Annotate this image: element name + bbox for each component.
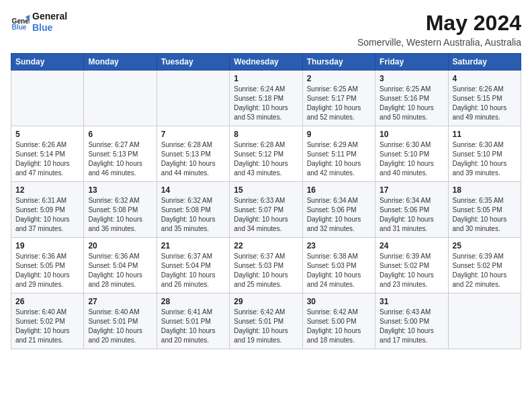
calendar-cell: 16Sunrise: 6:34 AMSunset: 5:06 PMDayligh…: [302, 182, 375, 238]
calendar-cell: 6Sunrise: 6:27 AMSunset: 5:13 PMDaylight…: [84, 126, 157, 182]
day-info: Sunrise: 6:35 AMSunset: 5:05 PMDaylight:…: [453, 196, 517, 234]
day-number: 9: [307, 130, 371, 139]
calendar-cell: 19Sunrise: 6:36 AMSunset: 5:05 PMDayligh…: [11, 238, 84, 293]
day-number: 4: [453, 74, 517, 83]
day-number: 16: [307, 185, 371, 195]
day-number: 8: [234, 130, 298, 139]
day-info: Sunrise: 6:25 AMSunset: 5:16 PMDaylight:…: [380, 85, 443, 122]
calendar-cell: 18Sunrise: 6:35 AMSunset: 5:05 PMDayligh…: [448, 182, 521, 238]
calendar-cell: 31Sunrise: 6:43 AMSunset: 5:00 PMDayligh…: [375, 293, 448, 349]
weekday-friday: Friday: [375, 54, 448, 71]
calendar-cell: 25Sunrise: 6:39 AMSunset: 5:02 PMDayligh…: [448, 238, 521, 293]
weekday-sunday: Sunday: [11, 54, 84, 71]
day-info: Sunrise: 6:28 AMSunset: 5:12 PMDaylight:…: [234, 140, 298, 178]
day-number: 6: [88, 130, 152, 139]
calendar-cell: [157, 71, 229, 126]
page-header: General Blue General Blue May 2024 Somer…: [11, 11, 521, 48]
day-number: 5: [15, 130, 79, 139]
day-info: Sunrise: 6:24 AMSunset: 5:18 PMDaylight:…: [234, 85, 298, 122]
calendar-cell: 28Sunrise: 6:41 AMSunset: 5:01 PMDayligh…: [157, 293, 229, 349]
week-row-4: 19Sunrise: 6:36 AMSunset: 5:05 PMDayligh…: [11, 238, 521, 293]
calendar-cell: 12Sunrise: 6:31 AMSunset: 5:09 PMDayligh…: [11, 182, 84, 238]
logo-icon: General Blue: [11, 13, 30, 32]
calendar-cell: 20Sunrise: 6:36 AMSunset: 5:04 PMDayligh…: [84, 238, 157, 293]
calendar-cell: 3Sunrise: 6:25 AMSunset: 5:16 PMDaylight…: [375, 71, 448, 126]
day-number: 26: [15, 297, 79, 306]
day-info: Sunrise: 6:40 AMSunset: 5:02 PMDaylight:…: [15, 308, 79, 345]
weekday-header-row: SundayMondayTuesdayWednesdayThursdayFrid…: [11, 54, 521, 71]
day-info: Sunrise: 6:29 AMSunset: 5:11 PMDaylight:…: [307, 140, 371, 178]
calendar-cell: 26Sunrise: 6:40 AMSunset: 5:02 PMDayligh…: [11, 293, 84, 349]
day-info: Sunrise: 6:33 AMSunset: 5:07 PMDaylight:…: [234, 196, 298, 234]
day-number: 18: [453, 185, 517, 195]
day-info: Sunrise: 6:30 AMSunset: 5:10 PMDaylight:…: [380, 140, 443, 178]
calendar-cell: 22Sunrise: 6:37 AMSunset: 5:03 PMDayligh…: [230, 238, 302, 293]
calendar-cell: 7Sunrise: 6:28 AMSunset: 5:13 PMDaylight…: [157, 126, 229, 182]
day-number: 22: [234, 241, 298, 250]
calendar-cell: 1Sunrise: 6:24 AMSunset: 5:18 PMDaylight…: [230, 71, 302, 126]
calendar-cell: 29Sunrise: 6:42 AMSunset: 5:01 PMDayligh…: [230, 293, 302, 349]
day-number: 15: [234, 185, 298, 195]
day-info: Sunrise: 6:38 AMSunset: 5:03 PMDaylight:…: [307, 252, 371, 289]
day-number: 17: [380, 185, 443, 195]
calendar-cell: 13Sunrise: 6:32 AMSunset: 5:08 PMDayligh…: [84, 182, 157, 238]
weekday-tuesday: Tuesday: [157, 54, 229, 71]
calendar-cell: 23Sunrise: 6:38 AMSunset: 5:03 PMDayligh…: [302, 238, 375, 293]
location: Somerville, Western Australia, Australia: [357, 37, 521, 48]
day-info: Sunrise: 6:37 AMSunset: 5:04 PMDaylight:…: [161, 252, 225, 289]
day-info: Sunrise: 6:39 AMSunset: 5:02 PMDaylight:…: [453, 252, 517, 289]
day-info: Sunrise: 6:43 AMSunset: 5:00 PMDaylight:…: [380, 308, 443, 345]
calendar-cell: 2Sunrise: 6:25 AMSunset: 5:17 PMDaylight…: [302, 71, 375, 126]
month-title: May 2024: [357, 11, 521, 36]
day-info: Sunrise: 6:25 AMSunset: 5:17 PMDaylight:…: [307, 85, 371, 122]
day-number: 29: [234, 297, 298, 306]
day-number: 21: [161, 241, 225, 250]
day-info: Sunrise: 6:34 AMSunset: 5:06 PMDaylight:…: [307, 196, 371, 234]
weekday-monday: Monday: [84, 54, 157, 71]
svg-text:Blue: Blue: [12, 24, 27, 31]
day-number: 10: [380, 130, 443, 139]
calendar-cell: 27Sunrise: 6:40 AMSunset: 5:01 PMDayligh…: [84, 293, 157, 349]
day-number: 11: [453, 130, 517, 139]
day-info: Sunrise: 6:36 AMSunset: 5:04 PMDaylight:…: [88, 252, 152, 289]
day-number: 20: [88, 241, 152, 250]
day-info: Sunrise: 6:34 AMSunset: 5:06 PMDaylight:…: [380, 196, 443, 234]
logo: General Blue General Blue: [11, 11, 67, 34]
day-number: 2: [307, 74, 371, 83]
week-row-1: 1Sunrise: 6:24 AMSunset: 5:18 PMDaylight…: [11, 71, 521, 126]
week-row-3: 12Sunrise: 6:31 AMSunset: 5:09 PMDayligh…: [11, 182, 521, 238]
day-info: Sunrise: 6:26 AMSunset: 5:14 PMDaylight:…: [15, 140, 79, 178]
day-number: 30: [307, 297, 371, 306]
calendar-cell: 30Sunrise: 6:42 AMSunset: 5:00 PMDayligh…: [302, 293, 375, 349]
title-block: May 2024 Somerville, Western Australia, …: [357, 11, 521, 48]
day-number: 1: [234, 74, 298, 83]
day-number: 31: [380, 297, 443, 306]
calendar-cell: 5Sunrise: 6:26 AMSunset: 5:14 PMDaylight…: [11, 126, 84, 182]
day-info: Sunrise: 6:42 AMSunset: 5:01 PMDaylight:…: [234, 308, 298, 345]
calendar-cell: 9Sunrise: 6:29 AMSunset: 5:11 PMDaylight…: [302, 126, 375, 182]
day-number: 13: [88, 185, 152, 195]
day-number: 25: [453, 241, 517, 250]
calendar-cell: [11, 71, 84, 126]
calendar-cell: [84, 71, 157, 126]
weekday-saturday: Saturday: [448, 54, 521, 71]
day-info: Sunrise: 6:28 AMSunset: 5:13 PMDaylight:…: [161, 140, 225, 178]
day-info: Sunrise: 6:27 AMSunset: 5:13 PMDaylight:…: [88, 140, 152, 178]
day-info: Sunrise: 6:41 AMSunset: 5:01 PMDaylight:…: [161, 308, 225, 345]
day-info: Sunrise: 6:31 AMSunset: 5:09 PMDaylight:…: [15, 196, 79, 234]
day-info: Sunrise: 6:32 AMSunset: 5:08 PMDaylight:…: [88, 196, 152, 234]
calendar-table: SundayMondayTuesdayWednesdayThursdayFrid…: [11, 53, 521, 349]
calendar-cell: 17Sunrise: 6:34 AMSunset: 5:06 PMDayligh…: [375, 182, 448, 238]
calendar-cell: 4Sunrise: 6:26 AMSunset: 5:15 PMDaylight…: [448, 71, 521, 126]
day-number: 7: [161, 130, 225, 139]
day-info: Sunrise: 6:42 AMSunset: 5:00 PMDaylight:…: [307, 308, 371, 345]
day-info: Sunrise: 6:26 AMSunset: 5:15 PMDaylight:…: [453, 85, 517, 122]
day-info: Sunrise: 6:37 AMSunset: 5:03 PMDaylight:…: [234, 252, 298, 289]
day-number: 19: [15, 241, 79, 250]
calendar-cell: 15Sunrise: 6:33 AMSunset: 5:07 PMDayligh…: [230, 182, 302, 238]
calendar-body: 1Sunrise: 6:24 AMSunset: 5:18 PMDaylight…: [11, 71, 521, 349]
weekday-thursday: Thursday: [302, 54, 375, 71]
day-number: 23: [307, 241, 371, 250]
day-info: Sunrise: 6:32 AMSunset: 5:08 PMDaylight:…: [161, 196, 225, 234]
week-row-5: 26Sunrise: 6:40 AMSunset: 5:02 PMDayligh…: [11, 293, 521, 349]
